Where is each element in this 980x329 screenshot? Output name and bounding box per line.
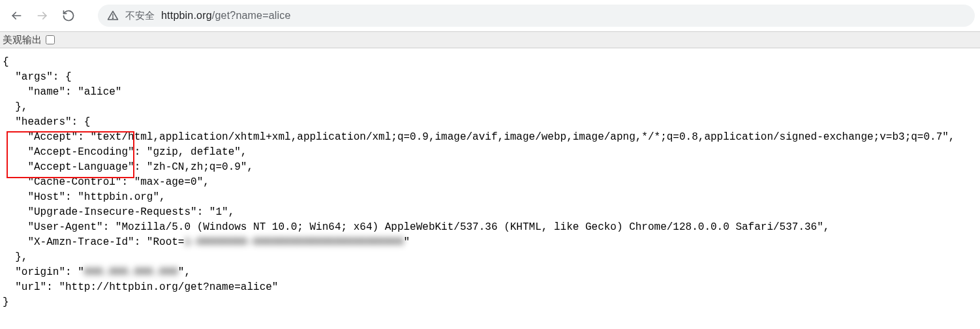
reload-button[interactable] xyxy=(57,5,80,27)
json-response-body: { "args": { "name": "alice" }, "headers"… xyxy=(0,48,980,313)
json-line-origin: "origin": "000.000.000.000", xyxy=(3,266,197,278)
redacted-trace-id: 1-00000000-000000000000000000000000 xyxy=(184,236,403,248)
url-text: httpbin.org/get?name=alice xyxy=(161,10,291,22)
json-line-accept-language: "Accept-Language": "zh-CN,zh;q=0.9", xyxy=(3,161,260,173)
json-line-headers-close: }, xyxy=(3,251,34,263)
json-line-url: "url": "http://httpbin.org/get?name=alic… xyxy=(3,281,278,293)
json-line-args: "args": { xyxy=(3,71,72,83)
svg-point-3 xyxy=(112,18,113,18)
insecure-icon xyxy=(107,10,119,22)
browser-toolbar: 不安全 httpbin.org/get?name=alice xyxy=(0,0,980,31)
json-line-close: } xyxy=(3,296,9,308)
forward-button[interactable] xyxy=(31,5,54,27)
back-button[interactable] xyxy=(5,5,27,27)
pretty-print-label: 美观输出 xyxy=(3,34,42,46)
json-line-upgrade: "Upgrade-Insecure-Requests": "1", xyxy=(3,206,241,218)
json-line-trace-id: "X-Amzn-Trace-Id": "Root=1-00000000-0000… xyxy=(3,236,410,248)
json-line-cache-control: "Cache-Control": "max-age=0", xyxy=(3,176,215,188)
json-line-accept-encoding: "Accept-Encoding": "gzip, deflate", xyxy=(3,146,253,158)
json-line-user-agent: "User-Agent": "Mozilla/5.0 (Windows NT 1… xyxy=(3,221,836,233)
pretty-print-checkbox[interactable] xyxy=(46,35,55,44)
json-viewer-infobar: 美观输出 xyxy=(0,31,980,48)
json-line-host: "Host": "httpbin.org", xyxy=(3,191,172,203)
redacted-origin: 000.000.000.000 xyxy=(84,266,178,278)
json-line: { xyxy=(3,56,9,68)
json-line-args-name: "name": "alice" xyxy=(3,86,121,98)
insecure-label: 不安全 xyxy=(125,10,155,22)
address-bar[interactable]: 不安全 httpbin.org/get?name=alice xyxy=(98,5,975,27)
json-line-args-close: }, xyxy=(3,101,34,113)
json-line-accept: "Accept": "text/html,application/xhtml+x… xyxy=(3,131,961,143)
json-line-headers: "headers": { xyxy=(3,116,90,128)
